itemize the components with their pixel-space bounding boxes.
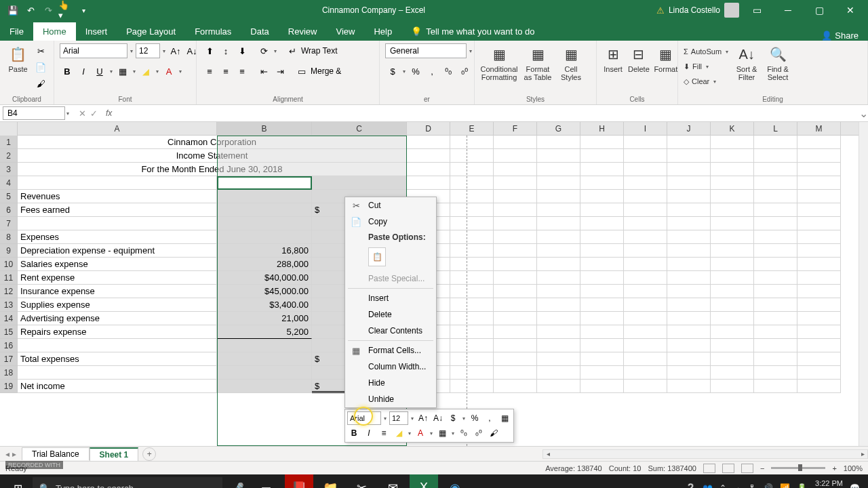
italic-button[interactable]: I xyxy=(76,64,91,79)
cell-r10-c2[interactable]: 288,000 xyxy=(217,258,312,271)
cell-r13-c7[interactable] xyxy=(537,298,580,312)
cell-r5-c2[interactable] xyxy=(217,190,312,203)
cell-r7-c10[interactable] xyxy=(667,217,711,230)
cell-r10-c9[interactable] xyxy=(624,258,667,271)
row-header-4[interactable]: 4 xyxy=(0,176,18,190)
mini-font-size[interactable]: 12 xyxy=(389,411,408,425)
mini-decrease-font-icon[interactable]: A↓ xyxy=(431,411,445,425)
cell-r8-c9[interactable] xyxy=(624,230,667,244)
mini-accounting-icon[interactable]: $ xyxy=(446,411,460,425)
cell-r12-c1[interactable]: Insurance expense xyxy=(18,285,217,298)
save-icon[interactable]: 💾 xyxy=(5,3,20,18)
cell[interactable] xyxy=(537,149,580,163)
taskbar-explorer-icon[interactable]: 📁 xyxy=(316,474,344,488)
ctx-insert[interactable]: Insert xyxy=(345,290,436,306)
col-header-f[interactable]: F xyxy=(494,122,537,135)
cell-r7-c6[interactable] xyxy=(494,217,537,230)
autosum-button[interactable]: AutoSum xyxy=(691,47,722,56)
cell-r18-c2[interactable] xyxy=(217,366,312,380)
tray-network-icon[interactable]: 🖧 xyxy=(748,483,756,488)
cell-r11-c13[interactable] xyxy=(797,271,841,285)
cell-r7-c1[interactable] xyxy=(18,217,217,230)
cell-r19-c9[interactable] xyxy=(624,380,667,393)
tab-home[interactable]: Home xyxy=(33,22,76,41)
cell-r5-c11[interactable] xyxy=(711,190,754,203)
redo-icon[interactable]: ↷ xyxy=(41,3,56,18)
new-sheet-button[interactable]: + xyxy=(142,447,156,461)
cell-r12-c9[interactable] xyxy=(624,285,667,298)
view-normal-icon[interactable] xyxy=(703,464,715,473)
cell-r4-c5[interactable] xyxy=(450,176,494,190)
cell-r14-c2[interactable]: 21,000 xyxy=(217,312,312,325)
cell-r8-c11[interactable] xyxy=(711,230,754,244)
cell-r7-c5[interactable] xyxy=(450,217,494,230)
tray-notifications-icon[interactable]: 💬 xyxy=(850,483,860,488)
cell-r15-c9[interactable] xyxy=(624,325,667,339)
cell-r8-c6[interactable] xyxy=(494,230,537,244)
cell[interactable] xyxy=(494,149,537,163)
cell[interactable] xyxy=(797,149,841,163)
cell-r18-c13[interactable] xyxy=(797,366,841,380)
cell-r12-c2[interactable]: $45,000.00 xyxy=(217,285,312,298)
tray-volume-icon[interactable]: 🔊 xyxy=(763,483,773,488)
col-header-m[interactable]: M xyxy=(797,122,841,135)
cell[interactable] xyxy=(797,163,841,176)
mini-fill-color-icon[interactable]: ◢ xyxy=(392,426,406,440)
sheet-nav-next-icon[interactable]: ▸ xyxy=(12,449,16,459)
mini-bold-button[interactable]: B xyxy=(347,426,361,440)
cell-r17-c2[interactable] xyxy=(217,352,312,366)
cell-r9-c1[interactable]: Depreciation expense - equipment xyxy=(18,244,217,258)
tab-formulas[interactable]: Formulas xyxy=(185,22,241,41)
cell-r14-c7[interactable] xyxy=(537,312,580,325)
cell-r19-c10[interactable] xyxy=(667,380,711,393)
cell-r19-c1[interactable]: Net income xyxy=(18,380,217,393)
cell-r4-c8[interactable] xyxy=(580,176,624,190)
border-icon[interactable]: ▦ xyxy=(115,64,130,79)
taskbar-search[interactable]: 🔍 Type here to search xyxy=(33,477,222,488)
tab-help[interactable]: Help xyxy=(364,22,401,41)
increase-indent-icon[interactable]: ⇥ xyxy=(273,64,288,79)
cell-r18-c7[interactable] xyxy=(537,366,580,380)
cell-r19-c12[interactable] xyxy=(754,380,797,393)
cell-r15-c12[interactable] xyxy=(754,325,797,339)
row-header-9[interactable]: 9 xyxy=(0,244,18,258)
cell[interactable] xyxy=(537,163,580,176)
accounting-icon[interactable]: $ xyxy=(385,64,400,79)
cell-r18-c6[interactable] xyxy=(494,366,537,380)
cell-r5-c9[interactable] xyxy=(624,190,667,203)
cell-r12-c8[interactable] xyxy=(580,285,624,298)
cell-r16-c12[interactable] xyxy=(754,339,797,352)
cell-r15-c13[interactable] xyxy=(797,325,841,339)
cell-r8-c1[interactable]: Expenses xyxy=(18,230,217,244)
cell-r5-c8[interactable] xyxy=(580,190,624,203)
cell-r10-c12[interactable] xyxy=(754,258,797,271)
qat-customize-icon[interactable]: ▾ xyxy=(76,3,91,18)
cell-r15-c1[interactable]: Repairs expense xyxy=(18,325,217,339)
taskbar-excel-icon[interactable]: X xyxy=(410,474,438,488)
cell[interactable] xyxy=(537,136,580,149)
cell-r11-c10[interactable] xyxy=(667,271,711,285)
mini-increase-font-icon[interactable]: A↑ xyxy=(416,411,430,425)
cell-r9-c9[interactable] xyxy=(624,244,667,258)
ctx-paste-special[interactable]: Paste Special... xyxy=(345,270,436,287)
cell-r10-c6[interactable] xyxy=(494,258,537,271)
close-button[interactable]: ✕ xyxy=(837,0,864,20)
cell-r4-c9[interactable] xyxy=(624,176,667,190)
cell-r11-c9[interactable] xyxy=(624,271,667,285)
cell-r17-c9[interactable] xyxy=(624,352,667,366)
cell[interactable] xyxy=(580,163,624,176)
cell-r14-c5[interactable] xyxy=(450,312,494,325)
mini-font-name[interactable]: Arial xyxy=(347,411,381,425)
cell[interactable] xyxy=(624,149,667,163)
cell[interactable] xyxy=(580,149,624,163)
cell[interactable] xyxy=(754,163,797,176)
cell-r19-c7[interactable] xyxy=(537,380,580,393)
cell-r9-c5[interactable] xyxy=(450,244,494,258)
cell-r7-c9[interactable] xyxy=(624,217,667,230)
cell-r11-c12[interactable] xyxy=(754,271,797,285)
cell-r16-c1[interactable] xyxy=(18,339,217,352)
decrease-decimal-icon[interactable]: ₀⁰ xyxy=(457,64,472,79)
format-painter-icon[interactable]: 🖌 xyxy=(33,76,48,91)
row-header-3[interactable]: 3 xyxy=(0,163,18,176)
col-header-c[interactable]: C xyxy=(312,122,407,135)
